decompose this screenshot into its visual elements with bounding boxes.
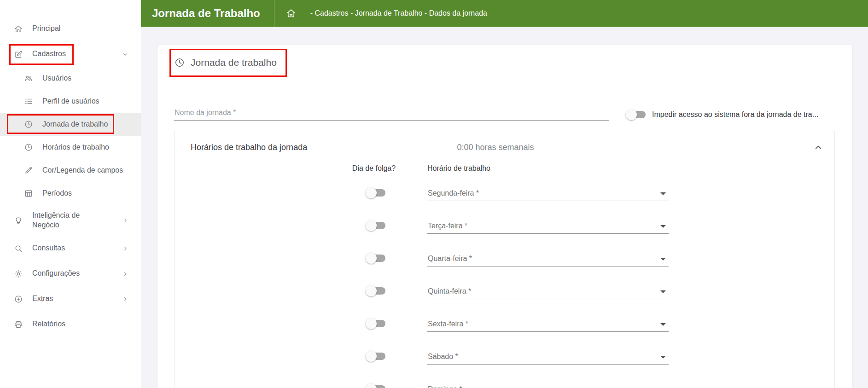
select-label: Domingo *	[428, 385, 462, 388]
day-row: Quarta-feira *	[175, 242, 834, 274]
chevron-right-icon	[122, 245, 129, 252]
home-icon	[14, 24, 23, 34]
collapse-button[interactable]	[811, 140, 825, 154]
sidebar-item-principal[interactable]: Principal	[0, 16, 141, 41]
sidebar-item-consultas[interactable]: Consultas	[0, 236, 141, 261]
dropdown-caret-icon	[660, 225, 666, 228]
search-icon	[14, 244, 23, 253]
sidebar-item-usuarios[interactable]: Usuários	[0, 67, 141, 90]
day-row: Terça-feira *	[175, 209, 834, 242]
gear-icon	[14, 269, 23, 278]
sidebar-item-label: Usuários	[42, 74, 129, 83]
list-icon	[24, 97, 33, 106]
app-root: PrincipalCadastrosUsuáriosPerfil de usuá…	[0, 0, 868, 388]
dropdown-caret-icon	[660, 356, 666, 359]
sidebar-item-label: Cor/Legenda de campos	[42, 166, 129, 175]
topbar: Jornada de Trabalho - Cadastros - Jornad…	[141, 0, 868, 27]
select-label: Terça-feira *	[428, 222, 467, 230]
work-hours-select[interactable]: Domingo *	[427, 381, 669, 388]
plus-circle-icon	[14, 295, 23, 304]
sidebar-item-configuracoes[interactable]: Configurações	[0, 261, 141, 286]
column-day-off: Dia de folga?	[337, 164, 411, 173]
dropdown-caret-icon	[660, 192, 666, 195]
day-row: Segunda-feira *	[175, 176, 834, 209]
work-hours-select[interactable]: Sexta-feira *	[427, 315, 669, 332]
work-hours-select[interactable]: Quinta-feira *	[427, 283, 669, 299]
sidebar-item-label: Jornada de trabalho	[42, 120, 129, 129]
breadcrumb: - Cadastros - Jornada de Trabalho - Dado…	[310, 9, 487, 17]
sidebar-item-relatorios[interactable]: Relatórios	[0, 312, 141, 337]
bulb-icon	[14, 216, 23, 225]
work-hours-select[interactable]: Segunda-feira *	[427, 185, 669, 201]
name-field-label: Nome da jornada *	[175, 109, 236, 117]
schedule-title: Horários de trabalho da jornada	[191, 143, 307, 152]
column-work-hours: Horário de trabalho	[427, 164, 490, 173]
sidebar-item-perfil-de-usuarios[interactable]: Perfil de usuários	[0, 90, 141, 113]
users-icon	[24, 74, 33, 83]
day-off-toggle[interactable]	[367, 222, 385, 229]
day-row: Sábado *	[175, 340, 834, 372]
printer-icon	[14, 320, 23, 329]
topbar-divider	[274, 0, 274, 27]
sidebar-item-inteligencia-de-negocio[interactable]: Inteligência de Negócio	[0, 205, 141, 236]
work-hours-select[interactable]: Sábado *	[427, 348, 669, 365]
sidebar-item-label: Principal	[32, 24, 129, 33]
sidebar-item-horarios-de-trabalho[interactable]: Horários de trabalho	[0, 136, 141, 159]
sidebar-item-label: Inteligência de Negócio	[32, 211, 88, 230]
access-toggle[interactable]	[627, 111, 646, 118]
sidebar-item-jornada-de-trabalho[interactable]: Jornada de trabalho	[0, 113, 141, 136]
day-row: Sexta-feira *	[175, 307, 834, 340]
sidebar-item-label: Consultas	[32, 243, 122, 253]
select-label: Sexta-feira *	[428, 320, 468, 328]
clock-icon	[24, 120, 33, 129]
sidebar-menu: PrincipalCadastrosUsuáriosPerfil de usuá…	[0, 0, 141, 337]
dropdown-caret-icon	[660, 258, 666, 261]
page-title: Jornada de Trabalho	[152, 7, 260, 20]
sidebar-item-label: Cadastros	[32, 49, 122, 58]
column-headers: Dia de folga? Horário de trabalho	[175, 164, 834, 176]
work-hours-select[interactable]: Terça-feira *	[427, 217, 669, 234]
card-title: Jornada de trabalho	[191, 57, 277, 68]
day-off-toggle[interactable]	[367, 385, 385, 388]
day-rows: Segunda-feira *Terça-feira *Quarta-feira…	[175, 176, 834, 388]
clock-icon	[174, 57, 185, 68]
access-toggle-label: Impedir acesso ao sistema fora da jornad…	[652, 110, 818, 119]
schedule-header: Horários de trabalho da jornada 0:00 hor…	[175, 130, 834, 164]
dropdown-caret-icon	[660, 290, 666, 293]
day-off-toggle[interactable]	[367, 320, 385, 327]
select-label: Quinta-feira *	[428, 287, 471, 295]
sidebar-item-label: Configurações	[32, 269, 122, 278]
sidebar-item-periodos[interactable]: Períodos	[0, 182, 141, 205]
day-off-toggle[interactable]	[367, 255, 385, 262]
work-hours-select[interactable]: Quarta-feira *	[427, 250, 669, 266]
sidebar-item-label: Horários de trabalho	[42, 143, 129, 152]
main-content: Jornada de trabalho Nome da jornada * Im…	[141, 27, 868, 388]
chevron-right-icon	[122, 295, 129, 303]
home-icon[interactable]	[285, 8, 297, 19]
day-off-toggle[interactable]	[367, 287, 385, 295]
chevron-right-icon	[122, 217, 129, 224]
sidebar-item-label: Extras	[32, 294, 122, 303]
edit-icon	[14, 50, 23, 59]
pencil-icon	[24, 166, 33, 175]
sidebar-item-extras[interactable]: Extras	[0, 286, 141, 312]
table-icon	[24, 189, 33, 198]
sidebar-item-label: Períodos	[42, 189, 129, 198]
sidebar-item-cadastros[interactable]: Cadastros	[0, 41, 141, 67]
clock-icon	[24, 143, 33, 152]
day-off-toggle[interactable]	[367, 353, 385, 360]
card-title-row: Jornada de trabalho	[174, 57, 277, 68]
select-label: Segunda-feira *	[428, 189, 479, 197]
select-label: Quarta-feira *	[428, 255, 472, 263]
chevron-right-icon	[122, 270, 129, 278]
sidebar-item-cor-legenda-de-campos[interactable]: Cor/Legenda de campos	[0, 159, 141, 182]
sidebar: PrincipalCadastrosUsuáriosPerfil de usuá…	[0, 0, 141, 388]
dropdown-caret-icon	[660, 323, 666, 326]
day-off-toggle[interactable]	[367, 189, 385, 197]
sidebar-item-label: Relatórios	[32, 319, 129, 329]
jornada-card: Jornada de trabalho Nome da jornada * Im…	[157, 45, 852, 388]
jornada-name-input[interactable]: Nome da jornada *	[174, 104, 609, 121]
day-row: Domingo *	[175, 372, 834, 388]
chevron-up-icon	[813, 142, 824, 153]
day-row: Quinta-feira *	[175, 274, 834, 307]
